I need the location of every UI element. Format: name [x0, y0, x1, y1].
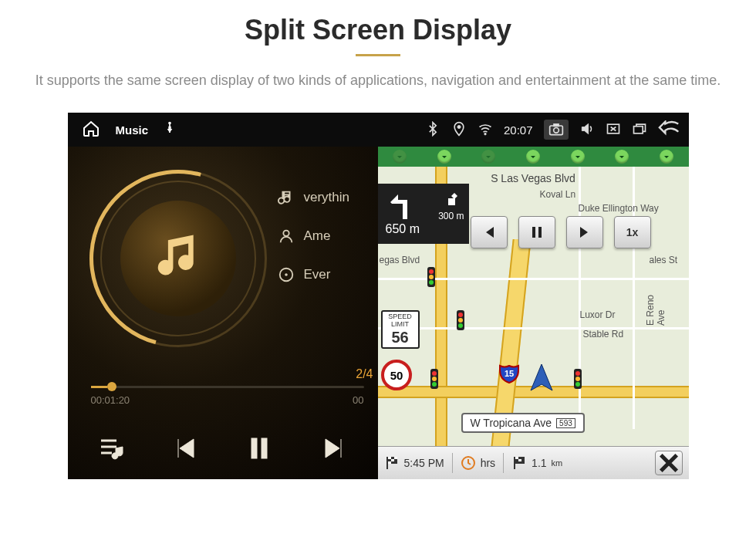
prev-button[interactable]	[170, 434, 201, 465]
interstate-shield-icon: 15	[498, 363, 520, 384]
album-disc	[89, 170, 267, 347]
svg-point-33	[575, 371, 580, 376]
volume-icon[interactable]	[579, 121, 595, 139]
svg-point-23	[429, 280, 434, 285]
eta-value: 5:45 PM	[404, 457, 444, 469]
svg-rect-36	[386, 457, 388, 469]
svg-point-27	[458, 323, 463, 328]
download-indicator	[526, 150, 540, 164]
next-button[interactable]	[318, 434, 349, 465]
svg-point-31	[432, 382, 437, 387]
artist-icon	[278, 228, 295, 245]
download-indicator	[437, 150, 451, 164]
svg-rect-45	[515, 457, 518, 459]
artist-row: Ame	[278, 228, 378, 245]
statusbar-left: Music	[68, 120, 425, 140]
device-screen: Music 20:07	[68, 113, 689, 479]
svg-rect-38	[388, 457, 391, 459]
wifi-icon	[478, 121, 493, 139]
bluetooth-icon	[425, 121, 440, 139]
top-street-label: S Las Vegas Blvd	[378, 172, 689, 184]
home-icon[interactable]	[82, 120, 100, 140]
navigation-panel[interactable]: S Las Vegas Blvd 300 m 650 m 1x egas Blv…	[378, 147, 689, 479]
song-icon	[278, 189, 295, 206]
distance-segment: 1.1 km	[511, 455, 562, 471]
pause-button[interactable]	[244, 434, 275, 465]
recent-apps-icon[interactable]	[632, 121, 647, 139]
map-next-button[interactable]	[566, 216, 603, 248]
album-icon	[278, 266, 295, 283]
hours-value: hrs	[481, 457, 495, 469]
svg-rect-8	[633, 126, 643, 133]
app-label: Music	[116, 123, 149, 137]
time-total: 00	[353, 394, 363, 406]
street-label: E Reno Ave	[645, 282, 667, 326]
map-close-button[interactable]	[655, 451, 683, 475]
current-speed-badge: 50	[381, 360, 412, 390]
page-root: Split Screen Display It supports the sam…	[0, 0, 756, 544]
time-elapsed: 00:01:20	[91, 394, 130, 406]
svg-rect-14	[262, 438, 267, 458]
close-app-icon[interactable]	[606, 121, 621, 139]
svg-point-30	[432, 377, 437, 381]
music-controls	[76, 434, 370, 465]
track-meta: verythin Ame Ever	[278, 189, 378, 305]
turn-main-distance: 650 m	[383, 222, 464, 236]
status-bar: Music 20:07	[68, 113, 689, 147]
svg-rect-39	[391, 459, 394, 461]
street-label: egas Blvd	[380, 255, 420, 265]
vehicle-cursor-icon	[525, 361, 559, 398]
distance-unit: km	[552, 458, 563, 468]
route-badge: 593	[556, 418, 575, 428]
usb-icon	[164, 121, 176, 139]
svg-rect-41	[388, 461, 391, 464]
hours-segment: hrs	[461, 455, 495, 471]
svg-point-22	[429, 275, 434, 279]
flag-icon	[384, 455, 400, 471]
svg-point-26	[458, 318, 463, 323]
playlist-button[interactable]	[96, 434, 127, 465]
artist-name: Ame	[304, 228, 331, 244]
svg-point-25	[458, 313, 463, 317]
back-icon[interactable]	[658, 120, 681, 140]
speed-limit-value: 56	[383, 329, 418, 346]
statusbar-right: 20:07	[425, 120, 689, 140]
screenshot-button[interactable]	[544, 120, 569, 140]
music-panel: verythin Ame Ever 2/4 00:01:20 00	[68, 147, 378, 479]
street-label: Luxor Dr	[580, 309, 616, 320]
album-name: Ever	[304, 267, 331, 282]
progress-bar[interactable]	[91, 386, 364, 388]
map-media-controls: 1x	[471, 216, 651, 248]
svg-point-35	[575, 382, 580, 387]
svg-point-29	[432, 371, 437, 376]
traffic-light-icon	[572, 369, 583, 392]
street-label: Stable Rd	[583, 329, 624, 340]
svg-rect-16	[538, 227, 542, 238]
traffic-light-icon	[426, 267, 437, 290]
download-indicator	[615, 150, 629, 164]
map-prev-button[interactable]	[471, 216, 508, 248]
page-title: Split Screen Display	[0, 0, 756, 46]
page-subtitle: It supports the same screen display of t…	[0, 70, 756, 113]
speed-limit-sign: SPEED LIMIT 56	[381, 310, 420, 349]
svg-point-34	[575, 377, 580, 381]
svg-point-12	[285, 274, 287, 275]
svg-point-2	[457, 125, 461, 128]
svg-point-21	[429, 269, 434, 274]
song-title: verythin	[304, 190, 350, 205]
turn-right-icon	[444, 191, 459, 209]
playback-speed-button[interactable]: 1x	[614, 216, 651, 248]
svg-rect-13	[251, 438, 257, 458]
download-indicator	[660, 150, 673, 164]
download-indicator	[571, 150, 585, 164]
svg-rect-15	[532, 227, 535, 238]
current-street-pill: W Tropicana Ave 593	[461, 413, 585, 433]
eta-segment: 5:45 PM	[384, 455, 444, 471]
street-label: Duke Ellington Way	[579, 203, 659, 214]
speed-limit-label: SPEED LIMIT	[383, 313, 418, 329]
map-pause-button[interactable]	[518, 216, 555, 248]
distance-value: 1.1	[532, 457, 546, 469]
album-row: Ever	[278, 266, 378, 283]
song-row: verythin	[278, 189, 378, 206]
flag-icon	[511, 455, 527, 471]
